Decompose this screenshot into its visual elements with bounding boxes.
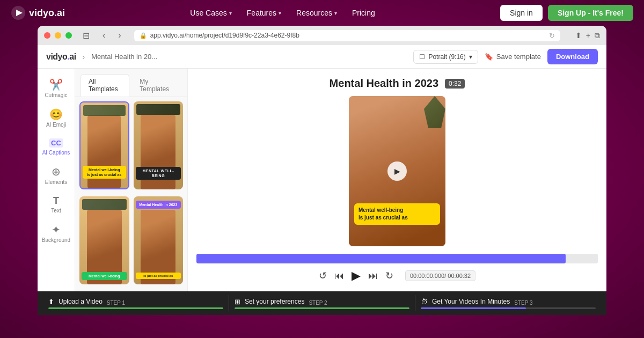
template-card[interactable]: MENTAL WELL-BEING <box>134 101 184 189</box>
app-header: vidyo.ai › Mental Health in 20... ☐ Potr… <box>38 45 606 69</box>
step-1-fill <box>48 307 223 309</box>
video-title: Mental Health in 2023 <box>330 77 438 90</box>
sidebar-item-background[interactable]: ✦ Background <box>38 219 75 248</box>
captions-icon: CC <box>49 138 63 148</box>
upload-icon: ⬆ <box>48 298 54 306</box>
step-1-progress <box>48 307 223 309</box>
template-panel: All Templates My Templates Mental well-b… <box>75 69 188 291</box>
step-2-text: Set your preferences <box>245 298 304 305</box>
sidebar-toggle-icon[interactable]: ⧉ <box>595 31 600 40</box>
video-title-row: Mental Health in 2023 0:32 <box>196 77 598 90</box>
browser-forward-button[interactable]: › <box>116 31 123 40</box>
play-pause-button[interactable]: ▶ <box>352 269 361 283</box>
skip-forward-button[interactable]: ⏭ <box>368 270 378 282</box>
new-tab-icon[interactable]: + <box>586 31 590 40</box>
skip-back-button[interactable]: ⏮ <box>334 270 344 282</box>
browser-tab-icon[interactable]: ⊟ <box>80 31 92 41</box>
minimize-window-button[interactable] <box>55 32 61 39</box>
app-body: ✂️ Cutmagic 😊 AI Emoji CC AI Captions ⊕ … <box>38 69 606 291</box>
maximize-window-button[interactable] <box>65 32 72 39</box>
step-3-text: Get Your Videos In Minutes <box>432 298 510 305</box>
url-text: app.vidyo.ai/home/project/d19d9f9c-22a3-… <box>150 32 299 39</box>
sidebar-item-ai-emoji[interactable]: 😊 AI Emoji <box>38 104 75 133</box>
template-card[interactable]: Mental well-being <box>79 196 129 284</box>
lock-icon: 🔒 <box>140 32 147 39</box>
step-2-fill <box>235 307 409 309</box>
tab-my-templates[interactable]: My Templates <box>131 74 182 97</box>
nav-use-cases[interactable]: Use Cases ▾ <box>190 9 231 17</box>
template-tabs: All Templates My Templates <box>75 69 187 97</box>
sidebar-item-label: Text <box>51 208 61 214</box>
step-1-text: Upload a Video <box>58 298 103 305</box>
nav-pricing[interactable]: Pricing <box>352 9 375 17</box>
sidebar-item-label: Elements <box>45 179 68 185</box>
template-card[interactable]: Mental well-beingis just as crucial as <box>79 101 129 189</box>
template-card[interactable]: Mental Health in 2023 is just as crucial… <box>134 196 184 284</box>
cutmagic-icon: ✂️ <box>49 79 63 90</box>
address-bar[interactable]: 🔒 app.vidyo.ai/home/project/d19d9f9c-22a… <box>134 30 560 41</box>
step-2-progress <box>235 307 409 309</box>
browser-window: ⊟ ‹ › 🔒 app.vidyo.ai/home/project/d19d9f… <box>38 26 606 315</box>
video-duration-badge: 0:32 <box>445 79 465 89</box>
chevron-down-icon: ▾ <box>279 10 281 16</box>
app-logo: vidyo.ai <box>46 52 76 62</box>
close-window-button[interactable] <box>44 32 50 39</box>
browser-title-bar: ⊟ ‹ › 🔒 app.vidyo.ai/home/project/d19d9f… <box>38 26 606 45</box>
template-grid: Mental well-beingis just as crucial as M… <box>75 97 187 291</box>
breadcrumb: Mental Health in 20... <box>91 53 157 61</box>
elements-icon: ⊕ <box>52 166 61 177</box>
steps-bar: ⬆ Upload a Video STEP 1 ⊞ Set your prefe… <box>38 291 606 315</box>
sidebar-item-label: AI Captions <box>42 150 70 156</box>
nav-features[interactable]: Features ▾ <box>247 9 281 17</box>
portrait-icon: ☐ <box>419 53 425 61</box>
sidebar-item-ai-captions[interactable]: CC AI Captions <box>38 133 75 161</box>
step-3-label: STEP 3 <box>514 300 532 306</box>
replay-button[interactable]: ↻ <box>385 270 393 282</box>
play-button[interactable]: ▶ <box>387 161 407 181</box>
step-2: ⊞ Set your preferences STEP 2 <box>235 298 409 309</box>
timeline-bar[interactable] <box>196 254 598 263</box>
sidebar-item-elements[interactable]: ⊕ Elements <box>38 161 75 190</box>
signup-button[interactable]: Sign Up - It's Free! <box>548 5 633 21</box>
sidebar-item-cutmagic[interactable]: ✂️ Cutmagic <box>38 74 75 104</box>
playback-controls: ↺ ⏮ ▶ ⏭ ↻ 00:00:00.000/ 00:00:32 <box>196 269 598 283</box>
chevron-down-icon: ▾ <box>229 10 232 16</box>
time-display: 00:00:00.000/ 00:00:32 <box>405 270 475 281</box>
portrait-selector[interactable]: ☐ Potrait (9:16) ▾ <box>413 50 478 64</box>
breadcrumb-separator: › <box>83 53 85 61</box>
download-button[interactable]: Download <box>547 49 598 64</box>
share-icon[interactable]: ⬆ <box>575 31 582 40</box>
video-main-area: Mental Health in 2023 0:32 ▶ Mental well… <box>188 69 606 291</box>
sidebar-item-label: AI Emoji <box>46 122 66 128</box>
logo[interactable]: vidyo.ai <box>11 5 65 20</box>
step-3-progress <box>421 307 596 309</box>
save-template-button[interactable]: 🔖 Save template <box>485 53 541 61</box>
tab-all-templates[interactable]: All Templates <box>80 74 129 97</box>
rewind-button[interactable]: ↺ <box>319 270 327 282</box>
bookmark-icon: 🔖 <box>485 53 493 61</box>
background-icon: ✦ <box>52 224 61 235</box>
logo-text: vidyo.ai <box>29 8 65 19</box>
reload-icon[interactable]: ↻ <box>549 32 555 40</box>
step-1: ⬆ Upload a Video STEP 1 <box>48 298 223 309</box>
step-3-fill <box>421 307 526 309</box>
text-icon: T <box>53 196 59 205</box>
sidebar-item-text[interactable]: T Text <box>38 190 75 219</box>
timeline-area: ↺ ⏮ ▶ ⏭ ↻ 00:00:00.000/ 00:00:32 <box>196 254 598 283</box>
sidebar-item-label: Cutmagic <box>45 92 67 98</box>
top-navigation: vidyo.ai Use Cases ▾ Features ▾ Resource… <box>0 0 644 26</box>
timer-icon: ⏱ <box>421 298 428 306</box>
video-preview: ▶ Mental well-being is just as crucial a… <box>349 96 445 246</box>
chevron-down-icon: ▾ <box>469 53 472 61</box>
browser-back-button[interactable]: ‹ <box>100 31 107 40</box>
sidebar-icons: ✂️ Cutmagic 😊 AI Emoji CC AI Captions ⊕ … <box>38 69 75 291</box>
step-3: ⏱ Get Your Videos In Minutes STEP 3 <box>421 298 596 309</box>
signin-button[interactable]: Sign in <box>500 5 543 21</box>
timeline-fill <box>196 254 566 263</box>
chevron-down-icon: ▾ <box>334 10 337 16</box>
nav-actions: Sign in Sign Up - It's Free! <box>500 5 633 21</box>
nav-links: Use Cases ▾ Features ▾ Resources ▾ Prici… <box>82 9 483 17</box>
portrait-label: Potrait (9:16) <box>428 53 465 61</box>
step-1-label: STEP 1 <box>107 300 125 306</box>
nav-resources[interactable]: Resources ▾ <box>296 9 337 17</box>
